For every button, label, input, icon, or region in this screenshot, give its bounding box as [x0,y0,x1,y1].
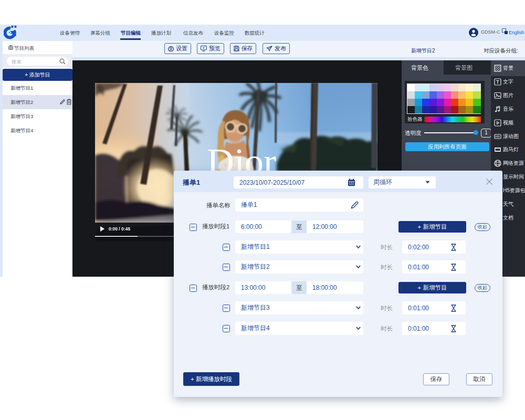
svg-text:0:00 / 0:45: 0:00 / 0:45 [109,226,130,232]
